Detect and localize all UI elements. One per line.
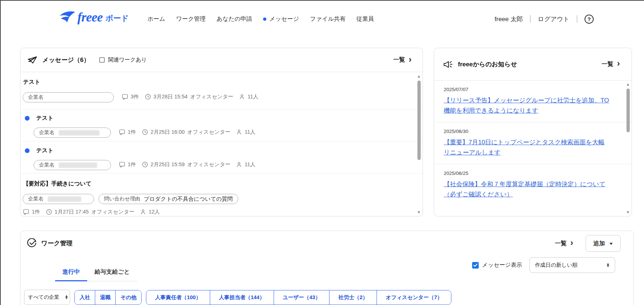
message-title: 【要対応】手続きについて: [23, 180, 92, 188]
add-button[interactable]: 追加 ▼: [586, 235, 621, 252]
person-icon: [236, 161, 242, 168]
nav-file-share[interactable]: ファイル共有: [310, 15, 346, 23]
messages-panel-header: メッセージ（6） 関連ワークあり 一覧 ›: [20, 48, 423, 72]
news-link[interactable]: 【リリース予告】メッセージグループに社労士を追加、TO機能を利用できるようになり…: [444, 95, 610, 116]
sort-select[interactable]: 作成日の新しい順 ▲▼: [529, 257, 615, 273]
messages-scrollbar[interactable]: ▲ ▼: [416, 74, 422, 214]
message-meta: 1件 2月25日 16:00 オフィスセンター 11人: [119, 129, 255, 136]
filter-other[interactable]: その他: [115, 290, 141, 305]
scroll-up-icon[interactable]: ▲: [417, 74, 421, 78]
freee-board-logo[interactable]: freee ボード: [59, 10, 129, 24]
work-list-link[interactable]: 一覧 ›: [555, 239, 573, 248]
news-link[interactable]: 【重要】7月10日にトップページとタスク検索画面を大幅リニューアルします: [444, 137, 610, 157]
filter-labor-consultant[interactable]: 社労士（2）: [329, 290, 377, 305]
message-meta: 1件 2月25日 15:59 オフィスセンター 11人: [119, 161, 255, 168]
news-scrollbar[interactable]: ▲ ▼: [625, 82, 631, 214]
clock-icon: [142, 161, 148, 168]
work-controls: メッセージ表示 作成日の新しい順 ▲▼: [472, 257, 615, 273]
redacted-text: [48, 196, 81, 202]
comment-icon: [122, 94, 128, 100]
user-name[interactable]: freee 太郎: [495, 15, 523, 23]
scroll-down-icon[interactable]: ▼: [417, 210, 421, 214]
circle-check-icon: [27, 238, 36, 248]
company-pill: 企業名: [34, 128, 111, 138]
comment-icon: [119, 161, 125, 168]
work-management-panel: ワーク管理 一覧 › 追加 ▼ 進行中 給与支給ごと メッセージ表示 作成日の新…: [20, 231, 634, 305]
filter-hr-manager[interactable]: 人事責任者（100）: [146, 290, 210, 305]
chevron-right-icon: ›: [570, 238, 573, 247]
messages-panel: メッセージ（6） 関連ワークあり 一覧 › テスト 企業名 3件 3月28日 1…: [20, 48, 423, 216]
tab-by-payroll[interactable]: 給与支給ごと: [87, 265, 137, 281]
caret-down-icon: ▼: [609, 242, 614, 246]
person-icon: [140, 209, 146, 215]
news-list-link[interactable]: 一覧 ›: [602, 60, 620, 69]
tab-in-progress[interactable]: 進行中: [55, 265, 87, 281]
filter-user[interactable]: ユーザー（43）: [274, 290, 329, 305]
news-link[interactable]: 【社会保険】令和７年度算定基礎届（定時決定）について（必ずご確認ください）: [444, 179, 610, 199]
comment-icon: [23, 209, 29, 215]
unread-dot: [25, 148, 30, 153]
message-display-toggle[interactable]: メッセージ表示: [472, 261, 522, 269]
nav-home[interactable]: ホーム: [147, 15, 165, 23]
unread-indicator-dot: [263, 17, 266, 21]
news-item: 2025/06/30 【重要】7月10日にトップページとタスク検索画面を大幅リニ…: [434, 122, 632, 164]
message-row[interactable]: テスト 企業名 3件 3月28日 15:54 オフィスセンター 11人: [20, 72, 423, 109]
related-work-filter[interactable]: 関連ワークあり: [99, 56, 147, 63]
inquiry-reason-pill: 問い合わせ理由 プロダクトの不具合についての質問: [99, 194, 238, 204]
nav-employees[interactable]: 従業員: [356, 15, 374, 23]
message-title: テスト: [23, 78, 41, 86]
messages-list: テスト 企業名 3件 3月28日 15:54 オフィスセンター 11人 テスト …: [20, 72, 423, 216]
logo-text: freee: [77, 11, 103, 24]
nav-work[interactable]: ワーク管理: [176, 15, 206, 23]
scroll-down-icon[interactable]: ▼: [626, 210, 630, 214]
message-meta: 3件 3月28日 15:54 オフィスセンター 11人: [122, 93, 258, 100]
message-row[interactable]: テスト 企業名 1件 2月25日 15:59 オフィスセンター 11人: [20, 141, 423, 173]
filter-hr-staff[interactable]: 人事担当者（144）: [210, 290, 274, 305]
work-header-actions: 一覧 › 追加 ▼: [555, 235, 621, 252]
megaphone-icon: [443, 59, 453, 69]
select-spinner-icon: ▲▼: [59, 295, 68, 299]
scroll-up-icon[interactable]: ▲: [626, 82, 630, 86]
user-area: freee 太郎 ログアウト ?: [495, 1, 594, 37]
logout-link[interactable]: ログアウト: [538, 15, 570, 23]
unread-dot: [25, 116, 30, 121]
news-date: 2025/07/07: [444, 87, 610, 92]
company-pill: 企業名: [23, 194, 94, 204]
news-item: 2025/06/25 【社会保険】令和７年度算定基礎届（定時決定）について（必ず…: [434, 164, 632, 206]
company-pill: 企業名: [34, 160, 111, 170]
message-meta: 1件 1月27日 17:45 オフィスセンター 12人: [23, 208, 160, 215]
top-navigation-bar: freee ボード ホーム ワーク管理 あなたの申請 メッセージ ファイル共有 …: [1, 1, 644, 37]
nav-messages[interactable]: メッセージ: [263, 15, 299, 23]
news-date: 2025/06/25: [444, 171, 610, 176]
main-nav: ホーム ワーク管理 あなたの申請 メッセージ ファイル共有 従業員: [147, 1, 374, 37]
clock-icon: [142, 129, 148, 135]
clock-icon: [145, 94, 151, 100]
help-icon[interactable]: ?: [585, 15, 594, 24]
filter-office-center[interactable]: オフィスセンター（7）: [377, 290, 451, 305]
news-title: freeeからのお知らせ: [458, 60, 517, 69]
chevron-right-icon: ›: [617, 59, 620, 68]
messages-list-link[interactable]: 一覧 ›: [393, 56, 412, 64]
checkbox-checked[interactable]: [472, 262, 479, 269]
filter-leave[interactable]: 退職: [95, 290, 115, 305]
freee-swallow-icon: [59, 10, 76, 24]
message-row[interactable]: 【要対応】手続きについて 企業名 問い合わせ理由 プロダクトの不具合についての質…: [20, 173, 423, 216]
nav-your-requests[interactable]: あなたの申請: [217, 15, 252, 23]
news-date: 2025/06/30: [444, 129, 610, 134]
checkbox-unchecked[interactable]: [99, 57, 105, 63]
news-panel: freeeからのお知らせ 一覧 › 2025/07/07 【リリース予告】メッセ…: [434, 48, 632, 216]
person-icon: [236, 129, 242, 135]
filter-join[interactable]: 入社: [75, 290, 95, 305]
scrollbar-thumb[interactable]: [626, 89, 630, 132]
person-icon: [239, 94, 245, 100]
scrollbar-thumb[interactable]: [417, 81, 421, 160]
message-title: テスト: [36, 147, 54, 155]
chevron-right-icon: ›: [409, 55, 412, 64]
work-title: ワーク管理: [41, 239, 73, 247]
company-select[interactable]: すべての企業 ▲▼: [24, 290, 70, 305]
message-row[interactable]: テスト 企業名 1件 2月25日 16:00 オフィスセンター 11人: [20, 109, 423, 141]
news-item: 2025/07/07 【リリース予告】メッセージグループに社労士を追加、TO機能…: [434, 81, 632, 122]
divider: [577, 15, 577, 23]
comment-icon: [119, 129, 125, 135]
select-spinner-icon: ▲▼: [601, 263, 610, 267]
